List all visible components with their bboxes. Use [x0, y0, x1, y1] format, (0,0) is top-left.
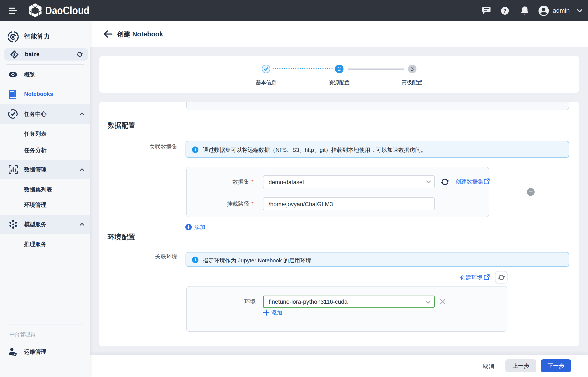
svg-text:?: ? — [503, 8, 507, 14]
